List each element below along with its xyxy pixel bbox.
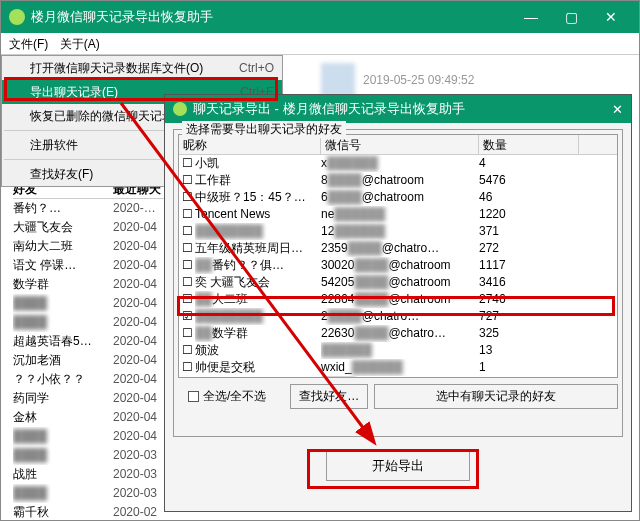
- row-checkbox[interactable]: ☐: [179, 325, 195, 342]
- table-row[interactable]: ☐中级班？15：45？…6████@chatroom46: [179, 189, 617, 206]
- minimize-button[interactable]: —: [511, 1, 551, 33]
- menu-find-friend-label: 查找好友(F): [30, 166, 93, 183]
- select-all-label: 全选/全不选: [203, 388, 266, 405]
- export-dialog: 聊天记录导出 - 楼月微信聊天记录导出恢复助手 ✕ 选择需要导出聊天记录的好友 …: [164, 94, 632, 512]
- table-row[interactable]: ☐帅便是交税wxid_██████1: [179, 359, 617, 376]
- menu-about[interactable]: 关于(A): [56, 37, 104, 51]
- row-checkbox[interactable]: ☐: [179, 155, 195, 172]
- table-row[interactable]: ☐██番钓？？俱…30020████@chatroom1117: [179, 257, 617, 274]
- close-button[interactable]: ✕: [591, 1, 631, 33]
- table-row[interactable]: ☐超越英语春57班 1H…████@chatro…137: [179, 376, 617, 378]
- dialog-icon: [173, 102, 187, 116]
- table-row[interactable]: ☐小凯x██████4: [179, 155, 617, 172]
- select-all-checkbox[interactable]: 全选/全不选: [188, 388, 266, 405]
- avatar: [321, 63, 355, 97]
- menu-file[interactable]: 文件(F): [5, 37, 52, 51]
- row-checkbox[interactable]: ☐: [179, 376, 195, 378]
- menubar: 文件(F) 关于(A): [1, 33, 639, 55]
- group-title: 选择需要导出聊天记录的好友: [182, 121, 346, 138]
- menu-open-db-acc: Ctrl+O: [239, 61, 274, 75]
- table-row[interactable]: ☐Tencent Newsne██████1220: [179, 206, 617, 223]
- find-friend-button[interactable]: 查找好友…: [290, 384, 368, 409]
- table-row[interactable]: ☐██大二班22864████@chatroom2746: [179, 291, 617, 308]
- row-checkbox[interactable]: ☐: [179, 342, 195, 359]
- moment-timestamp: 2019-05-25 09:49:52: [363, 73, 474, 87]
- row-checkbox[interactable]: ☐: [179, 240, 195, 257]
- row-checkbox[interactable]: ☐: [179, 206, 195, 223]
- titlebar[interactable]: 楼月微信聊天记录导出恢复助手 — ▢ ✕: [1, 1, 639, 33]
- table-row[interactable]: ☐奕 大疆飞友会54205████@chatroom3416: [179, 274, 617, 291]
- friend-select-group: 选择需要导出聊天记录的好友 昵称 微信号 数量 ☐小凯x██████4☐工作群8…: [173, 129, 623, 437]
- friend-table: 昵称 微信号 数量 ☐小凯x██████4☐工作群8████@chatroom5…: [178, 134, 618, 378]
- table-row[interactable]: ☐██数学群22630████@chatro…325: [179, 325, 617, 342]
- row-checkbox[interactable]: ☐: [179, 274, 195, 291]
- table-row[interactable]: ☑████████2████@chatro…727: [179, 308, 617, 325]
- row-checkbox[interactable]: ☐: [179, 172, 195, 189]
- select-with-records-button[interactable]: 选中有聊天记录的好友: [374, 384, 618, 409]
- menu-open-db[interactable]: 打开微信聊天记录数据库文件(O) Ctrl+O: [2, 56, 282, 80]
- table-row[interactable]: ☐████████12██████371: [179, 223, 617, 240]
- menu-open-db-label: 打开微信聊天记录数据库文件(O): [30, 60, 203, 77]
- row-checkbox[interactable]: ☐: [179, 223, 195, 240]
- table-row[interactable]: ☐颁波██████13: [179, 342, 617, 359]
- moment-preview: 2019-05-25 09:49:52: [321, 63, 474, 97]
- row-checkbox[interactable]: ☐: [179, 257, 195, 274]
- menu-register-label: 注册软件: [30, 137, 78, 154]
- menu-export-label: 导出聊天记录(E): [30, 84, 118, 101]
- row-checkbox[interactable]: ☐: [179, 189, 195, 206]
- row-checkbox[interactable]: ☐: [179, 359, 195, 376]
- window-title: 楼月微信聊天记录导出恢复助手: [31, 8, 511, 26]
- row-checkbox[interactable]: ☑: [179, 308, 195, 325]
- dialog-titlebar[interactable]: 聊天记录导出 - 楼月微信聊天记录导出恢复助手 ✕: [165, 95, 631, 123]
- dialog-close-button[interactable]: ✕: [612, 102, 623, 117]
- app-icon: [9, 9, 25, 25]
- col-count[interactable]: 数量: [479, 135, 579, 154]
- start-export-button[interactable]: 开始导出: [326, 451, 470, 481]
- table-row[interactable]: ☐五年级精英班周日…2359████@chatro…272: [179, 240, 617, 257]
- maximize-button[interactable]: ▢: [551, 1, 591, 33]
- app-window: 楼月微信聊天记录导出恢复助手 — ▢ ✕ 文件(F) 关于(A) 2019-05…: [0, 0, 640, 521]
- dialog-title: 聊天记录导出 - 楼月微信聊天记录导出恢复助手: [193, 100, 465, 118]
- row-checkbox[interactable]: ☐: [179, 291, 195, 308]
- table-row[interactable]: ☐工作群8████@chatroom5476: [179, 172, 617, 189]
